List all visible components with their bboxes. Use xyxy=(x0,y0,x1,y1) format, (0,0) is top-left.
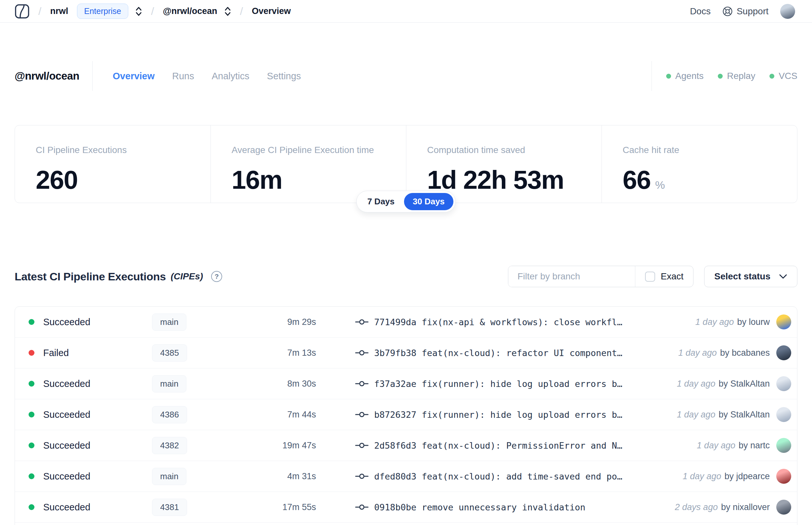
tab-runs[interactable]: Runs xyxy=(172,71,194,81)
indicator-vcs[interactable]: VCS xyxy=(769,71,797,81)
git-commit-icon xyxy=(355,317,369,327)
stat-label: Average CI Pipeline Execution time xyxy=(232,145,385,155)
top-navbar: / nrwl Enterprise / @nrwl/ocean / Overvi… xyxy=(0,0,812,23)
indicator-replay[interactable]: Replay xyxy=(718,71,755,81)
meta-cell: 2 days ago by nixallover xyxy=(675,500,791,515)
cipe-row[interactable]: Succeeded main 4m 31s dfed80d3 feat(nx-c… xyxy=(15,461,797,492)
range-7-days-button[interactable]: 7 Days xyxy=(358,193,403,210)
branch-cell: 4381 xyxy=(152,499,253,516)
indicator-label: Replay xyxy=(727,71,755,81)
meta-cell: 1 day ago by lourw xyxy=(695,314,791,329)
stat-value: 16m xyxy=(232,165,282,195)
status-label: Succeeded xyxy=(43,378,90,389)
branch-badge[interactable]: main xyxy=(152,468,186,485)
breadcrumb-separator: / xyxy=(240,5,243,17)
tab-analytics[interactable]: Analytics xyxy=(212,71,249,81)
green-dot-icon xyxy=(666,74,671,79)
lifebuoy-icon xyxy=(722,6,733,17)
author: by bcabanes xyxy=(720,348,770,358)
range-30-days-button[interactable]: 30 Days xyxy=(404,193,454,210)
branch-badge[interactable]: 4381 xyxy=(152,499,187,516)
duration: 19m 47s xyxy=(253,440,316,451)
time-ago: 1 day ago xyxy=(677,410,716,420)
commit-cell: f37a32ae fix(runner): hide log upload er… xyxy=(355,379,677,389)
stat-value: 260 xyxy=(36,165,78,195)
cipe-row[interactable]: Succeeded main 9m 29s 771499da fix(nx-ap… xyxy=(15,307,797,338)
commit-message[interactable]: 0918b0be remove unnecessary invalidation xyxy=(374,502,585,512)
branch-badge[interactable]: main xyxy=(152,314,186,331)
stat-card-cache-hit-rate: Cache hit rate 66% xyxy=(601,125,797,203)
cipe-table: Succeeded main 9m 29s 771499da fix(nx-ap… xyxy=(15,306,797,525)
status-dot xyxy=(29,319,34,325)
stat-label: Cache hit rate xyxy=(623,145,776,155)
tab-settings[interactable]: Settings xyxy=(267,71,301,81)
cipe-row[interactable]: Succeeded main 8m 30s f37a32ae fix(runne… xyxy=(15,369,797,399)
cipe-row[interactable]: Succeeded 4382 19m 47s 2d58f6d3 feat(nx-… xyxy=(15,430,797,461)
status-cell: Succeeded xyxy=(29,409,152,420)
status-label: Succeeded xyxy=(43,502,90,513)
status-dot xyxy=(29,381,34,387)
nx-cloud-logo-icon[interactable] xyxy=(15,4,30,19)
exact-label[interactable]: Exact xyxy=(661,271,684,282)
status-dot xyxy=(29,442,34,448)
cipe-title-suffix: (CIPEs) xyxy=(171,271,203,282)
git-commit-icon xyxy=(355,471,369,481)
duration: 8m 30s xyxy=(253,379,316,389)
commit-message[interactable]: b8726327 fix(runner): hide log upload er… xyxy=(374,410,622,420)
cipe-title: Latest CI Pipeline Executions xyxy=(15,270,166,283)
author-avatar xyxy=(776,438,791,453)
status-label: Succeeded xyxy=(43,317,90,328)
stat-label: Computation time saved xyxy=(427,145,581,155)
breadcrumb-org[interactable]: nrwl xyxy=(50,6,68,16)
branch-badge[interactable]: 4382 xyxy=(152,437,187,454)
green-dot-icon xyxy=(718,74,723,79)
commit-message[interactable]: 3b79fb38 feat(nx-cloud): refactor UI com… xyxy=(374,348,622,358)
support-link[interactable]: Support xyxy=(722,6,768,17)
status-indicators: Agents Replay VCS xyxy=(666,71,797,81)
author-avatar xyxy=(776,500,791,515)
tab-overview[interactable]: Overview xyxy=(113,71,155,81)
time-ago: 1 day ago xyxy=(695,317,734,327)
branch-badge[interactable]: 4385 xyxy=(152,344,187,362)
status-select-button[interactable]: Select status xyxy=(704,266,797,287)
branch-cell: main xyxy=(152,314,253,331)
branch-cell: main xyxy=(152,375,253,392)
status-cell: Succeeded xyxy=(29,378,152,389)
commit-message[interactable]: dfed80d3 feat(nx-cloud): add time-saved … xyxy=(374,471,622,481)
stat-card-ci-pipeline-executions: CI Pipeline Executions 260 xyxy=(15,125,211,203)
branch-cell: 4386 xyxy=(152,406,253,423)
branch-badge[interactable]: 4386 xyxy=(152,406,187,423)
org-switcher-chevron-icon[interactable] xyxy=(135,6,142,17)
duration: 17m 55s xyxy=(253,502,316,512)
docs-link[interactable]: Docs xyxy=(690,6,711,17)
indicator-agents[interactable]: Agents xyxy=(666,71,704,81)
git-commit-icon xyxy=(355,440,369,450)
green-dot-icon xyxy=(769,74,774,79)
cipe-row[interactable]: Failed 4385 7m 13s 3b79fb38 feat(nx-clou… xyxy=(15,338,797,369)
breadcrumb-workspace[interactable]: @nrwl/ocean xyxy=(163,6,217,16)
divider xyxy=(92,61,93,91)
commit-message[interactable]: 2d58f6d3 feat(nx-cloud): PermissionError… xyxy=(374,440,622,451)
author: by nixallover xyxy=(721,502,770,512)
cipe-section-header: Latest CI Pipeline Executions (CIPEs) ? … xyxy=(15,266,797,287)
exact-checkbox[interactable] xyxy=(645,272,655,282)
status-label: Succeeded xyxy=(43,440,90,451)
author: by nartc xyxy=(739,440,770,451)
date-range-toggle: 7 Days 30 Days xyxy=(356,191,456,212)
user-avatar[interactable] xyxy=(780,4,795,19)
workspace-switcher-chevron-icon[interactable] xyxy=(224,6,231,17)
help-icon[interactable]: ? xyxy=(211,271,222,282)
commit-message[interactable]: f37a32ae fix(runner): hide log upload er… xyxy=(374,379,622,389)
status-cell: Succeeded xyxy=(29,317,152,328)
branch-badge[interactable]: main xyxy=(152,375,186,392)
commit-message[interactable]: 771499da fix(nx-api & workflows): close … xyxy=(374,317,622,327)
branch-filter-input[interactable] xyxy=(508,266,635,287)
status-cell: Succeeded xyxy=(29,440,152,451)
status-dot xyxy=(29,411,34,418)
status-label: Failed xyxy=(43,348,69,358)
meta-cell: 1 day ago by bcabanes xyxy=(678,345,791,360)
cipe-row[interactable]: Succeeded 4386 7m 44s b8726327 fix(runne… xyxy=(15,399,797,430)
cipe-row[interactable]: Succeeded 4381 17m 55s 0918b0be remove u… xyxy=(15,492,797,523)
time-ago: 1 day ago xyxy=(677,379,716,389)
cipe-filter-controls: Exact Select status xyxy=(508,266,797,287)
